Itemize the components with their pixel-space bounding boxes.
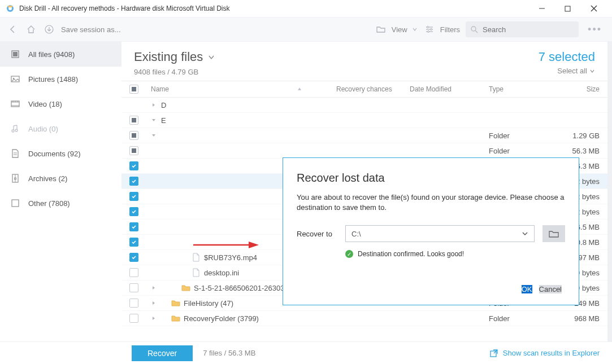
sidebar-item-video[interactable]: Video (18): [0, 91, 121, 116]
file-size: 56.3 MB: [555, 147, 600, 155]
table-row[interactable]: Folder1.29 GB: [121, 128, 607, 143]
select-all-button[interactable]: Select all: [539, 67, 595, 75]
column-type[interactable]: Type: [489, 85, 555, 93]
file-name: D: [161, 101, 166, 109]
row-checkbox[interactable]: [129, 314, 138, 323]
folder-icon: [549, 230, 559, 238]
folder-icon: [181, 283, 190, 292]
dialog-text: You are about to recover the file(s) fou…: [297, 192, 565, 213]
main-title-dropdown[interactable]: Existing files: [134, 50, 215, 64]
table-row[interactable]: Folder56.3 MB: [121, 143, 607, 159]
window-title: Disk Drill - All recovery methods - Hard…: [19, 5, 230, 12]
save-session-button[interactable]: Save session as...: [61, 25, 121, 34]
ok-button[interactable]: OK: [522, 285, 532, 293]
chevron-down-icon: [589, 68, 595, 74]
row-checkbox[interactable]: [129, 177, 138, 186]
search-input-wrap[interactable]: [466, 21, 579, 37]
sidebar-item-documents[interactable]: Documents (92): [0, 141, 121, 166]
sidebar-item-pictures[interactable]: Pictures (1488): [0, 67, 121, 91]
all-files-icon: [10, 49, 20, 59]
show-in-explorer-link[interactable]: Show scan results in Explorer: [489, 349, 600, 358]
other-icon: [10, 198, 20, 208]
column-date[interactable]: Date Modified: [410, 85, 489, 93]
external-link-icon: [489, 349, 498, 358]
chevron-down-icon: [522, 230, 528, 237]
filters-icon: [423, 23, 436, 36]
browse-folder-button[interactable]: [542, 225, 565, 242]
dialog-title: Recover lost data: [297, 172, 565, 185]
header-checkbox[interactable]: [129, 85, 138, 94]
sidebar-item-label: Other (7808): [28, 199, 70, 208]
sort-arrow-icon: [297, 86, 302, 92]
column-recovery[interactable]: Recovery chances: [336, 85, 410, 93]
column-name[interactable]: Name: [146, 85, 336, 93]
file-name: $RUB73Y6.mp4: [204, 253, 257, 262]
home-icon[interactable]: [25, 23, 37, 36]
row-checkbox[interactable]: [129, 283, 138, 292]
file-name: desktop.ini: [204, 269, 239, 277]
row-checkbox[interactable]: [129, 268, 138, 277]
svg-rect-34: [12, 200, 19, 207]
sidebar-item-other[interactable]: Other (7808): [0, 191, 121, 216]
sidebar-item-archives[interactable]: Archives (2): [0, 166, 121, 191]
bottom-bar: Recover 7 files / 56.3 MB Show scan resu…: [0, 341, 612, 364]
recover-to-dropdown[interactable]: C:\: [345, 225, 535, 242]
search-input[interactable]: [481, 25, 579, 34]
main-panel: Existing files 9408 files / 4.79 GB 7 se…: [121, 42, 612, 341]
maximize-button[interactable]: [565, 6, 580, 12]
row-checkbox[interactable]: [129, 238, 138, 247]
row-checkbox[interactable]: [129, 207, 138, 216]
column-name-label: Name: [151, 85, 169, 93]
file-name: RecoveryFolder (3799): [184, 314, 259, 323]
row-checkbox[interactable]: [129, 161, 138, 170]
filters-button[interactable]: Filters: [423, 23, 460, 36]
pictures-icon: [10, 74, 20, 84]
recover-button-label: Recover: [147, 349, 177, 358]
sidebar-item-label: Pictures (1488): [28, 75, 78, 84]
cancel-button[interactable]: Cancel: [539, 285, 562, 293]
explorer-link-label: Show scan results in Explorer: [503, 349, 600, 357]
back-icon[interactable]: [7, 23, 19, 36]
sidebar-item-audio[interactable]: Audio (0): [0, 116, 121, 141]
view-dropdown[interactable]: View: [375, 23, 418, 36]
column-size[interactable]: Size: [555, 85, 600, 93]
expand-icon[interactable]: [151, 133, 161, 138]
sidebar-item-label: Video (18): [28, 100, 62, 108]
row-checkbox[interactable]: [129, 222, 138, 231]
filters-label: Filters: [440, 25, 460, 34]
select-all-label: Select all: [557, 67, 587, 75]
sidebar-item-all-files[interactable]: All files (9408): [0, 42, 121, 67]
table-row[interactable]: RecoveryFolder (3799)Folder968 MB: [121, 311, 607, 326]
table-row[interactable]: E: [121, 113, 607, 128]
folder-icon: [171, 314, 180, 323]
row-checkbox[interactable]: [129, 131, 138, 140]
row-checkbox[interactable]: [129, 299, 138, 308]
svg-point-12: [430, 29, 432, 30]
minimize-button[interactable]: [539, 5, 554, 12]
expand-icon[interactable]: [151, 285, 161, 291]
file-type: Folder: [489, 147, 555, 155]
expand-icon[interactable]: [151, 300, 161, 306]
recover-button[interactable]: Recover: [132, 345, 193, 361]
close-button[interactable]: [591, 5, 606, 12]
row-checkbox[interactable]: [129, 116, 138, 125]
titlebar: Disk Drill - All recovery methods - Hard…: [0, 0, 612, 17]
archives-icon: [10, 173, 20, 183]
row-checkbox[interactable]: [129, 192, 138, 201]
chevron-down-icon: [412, 27, 418, 32]
sidebar: All files (9408) Pictures (1488) Video (…: [0, 42, 121, 341]
expand-icon[interactable]: [151, 102, 161, 108]
svg-point-26: [12, 130, 14, 132]
selected-count: 7 selected: [539, 50, 595, 64]
svg-point-13: [427, 31, 429, 33]
table-row[interactable]: D: [121, 98, 607, 113]
more-menu-icon[interactable]: •••: [584, 24, 605, 36]
download-icon[interactable]: [43, 23, 55, 36]
svg-line-28: [14, 125, 17, 126]
expand-icon[interactable]: [151, 117, 161, 123]
row-checkbox[interactable]: [129, 253, 138, 262]
expand-icon[interactable]: [151, 315, 161, 321]
main-title-text: Existing files: [134, 50, 203, 64]
svg-rect-2: [8, 6, 12, 7]
row-checkbox[interactable]: [129, 146, 138, 155]
